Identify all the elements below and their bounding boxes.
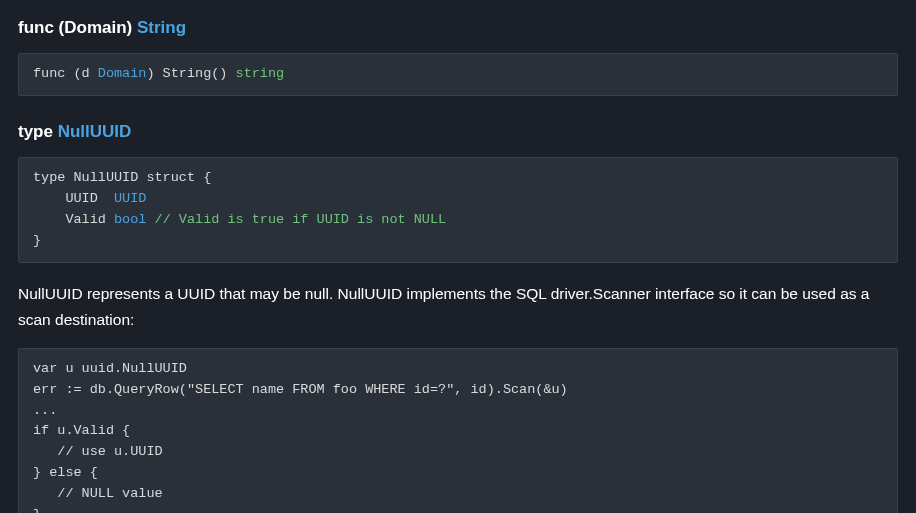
heading-domain-string: func (Domain) String [18,14,898,41]
section-domain-string: func (Domain) String func (d Domain) Str… [18,14,898,96]
heading-link-nulluuid[interactable]: NullUUID [58,122,132,141]
code-nulluuid-example: var u uuid.NullUUID err := db.QueryRow("… [18,348,898,513]
heading-prefix: func (Domain) [18,18,137,37]
code-nulluuid-struct: type NullUUID struct { UUID UUID Valid b… [18,157,898,263]
heading-link-string[interactable]: String [137,18,186,37]
code-domain-string: func (d Domain) String() string [18,53,898,96]
heading-prefix: type [18,122,58,141]
nulluuid-description: NullUUID represents a UUID that may be n… [18,281,898,334]
heading-nulluuid: type NullUUID [18,118,898,145]
section-nulluuid: type NullUUID type NullUUID struct { UUI… [18,118,898,513]
